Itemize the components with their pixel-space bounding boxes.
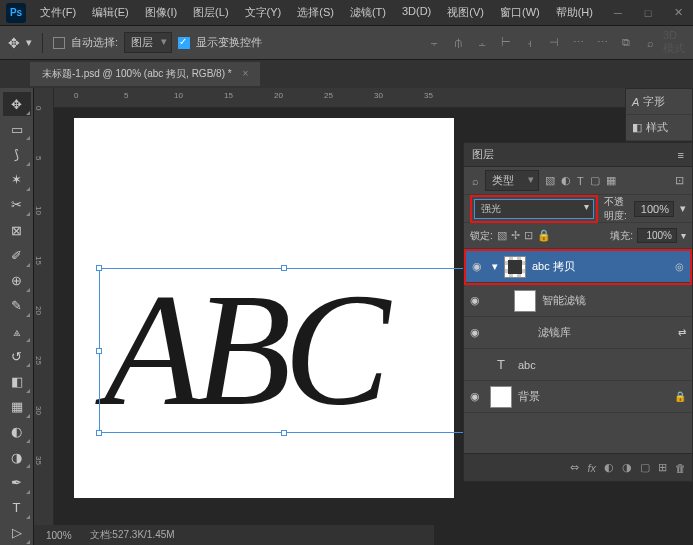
filter-mask-thumbnail[interactable]	[514, 290, 536, 312]
filter-pixel-icon[interactable]: ▧	[545, 174, 555, 187]
fill-dropdown-icon[interactable]: ▾	[681, 230, 686, 241]
blur-tool[interactable]: ◐	[3, 420, 31, 444]
blend-mode-dropdown[interactable]: 强光	[474, 199, 594, 219]
adjustment-layer-icon[interactable]: ◑	[622, 461, 632, 474]
doc-size[interactable]: 文档:527.3K/1.45M	[90, 528, 175, 542]
more-icon[interactable]: ⋯	[591, 32, 613, 54]
frame-tool[interactable]: ⊠	[3, 218, 31, 242]
character-panel-tab[interactable]: A 字形	[626, 89, 692, 115]
lock-artboard-icon[interactable]: ⊡	[524, 229, 533, 242]
3d-mode-icon[interactable]: ⧉	[615, 32, 637, 54]
menu-select[interactable]: 选择(S)	[289, 5, 342, 20]
distribute-icon[interactable]: ⋯	[567, 32, 589, 54]
layer-thumbnail[interactable]	[490, 386, 512, 408]
close-button[interactable]: ✕	[663, 0, 693, 26]
minimize-button[interactable]: ─	[603, 0, 633, 26]
align-bottom-icon[interactable]: ⫠	[471, 32, 493, 54]
search-icon[interactable]: ⌕	[472, 175, 479, 187]
layer-name[interactable]: abc 拷贝	[532, 259, 575, 274]
stamp-tool[interactable]: ⟁	[3, 319, 31, 343]
align-hcenter-icon[interactable]: ⫞	[519, 32, 541, 54]
visibility-icon[interactable]: ◉	[470, 326, 484, 339]
layer-abc[interactable]: ◉ T abc	[464, 349, 692, 381]
layer-name[interactable]: 背景	[518, 389, 540, 404]
marquee-tool[interactable]: ▭	[3, 117, 31, 141]
menu-image[interactable]: 图像(I)	[137, 5, 185, 20]
dodge-tool[interactable]: ◑	[3, 445, 31, 469]
tab-close-icon[interactable]: ×	[242, 68, 248, 79]
crop-tool[interactable]: ✂	[3, 193, 31, 217]
history-brush-tool[interactable]: ↺	[3, 344, 31, 368]
menu-type[interactable]: 文字(Y)	[237, 5, 290, 20]
auto-select-checkbox[interactable]	[53, 37, 65, 49]
lock-position-icon[interactable]: ✢	[511, 229, 520, 242]
group-icon[interactable]: ▢	[640, 461, 650, 474]
menu-help[interactable]: 帮助(H)	[548, 5, 601, 20]
new-layer-icon[interactable]: ⊞	[658, 461, 667, 474]
lock-all-icon[interactable]: 🔒	[537, 229, 551, 242]
dropdown-icon[interactable]: ▾	[26, 36, 32, 49]
align-vcenter-icon[interactable]: ⫛	[447, 32, 469, 54]
layer-name[interactable]: abc	[518, 359, 536, 371]
layer-fx-icon[interactable]: fx	[587, 462, 596, 474]
filter-smart-icon[interactable]: ▦	[606, 174, 616, 187]
menu-layer[interactable]: 图层(L)	[185, 5, 236, 20]
opacity-value[interactable]: 100%	[634, 201, 674, 217]
fill-value[interactable]: 100%	[637, 228, 677, 243]
transform-box[interactable]	[99, 268, 469, 433]
filter-toggle-icon[interactable]: ⊡	[675, 174, 684, 187]
layer-abc-copy[interactable]: ◉ ▾ abc 拷贝 ◎	[466, 251, 690, 283]
menu-view[interactable]: 视图(V)	[439, 5, 492, 20]
filter-kind-dropdown[interactable]: 类型	[485, 170, 539, 191]
search-icon[interactable]: ⌕	[639, 32, 661, 54]
menu-edit[interactable]: 编辑(E)	[84, 5, 137, 20]
styles-panel-tab[interactable]: ◧ 样式	[626, 115, 692, 141]
opacity-dropdown-icon[interactable]: ▾	[680, 202, 686, 215]
handle-s[interactable]	[281, 430, 287, 436]
canvas[interactable]: ABC	[74, 118, 454, 498]
zoom-level[interactable]: 100%	[46, 530, 72, 541]
layer-thumbnail[interactable]	[504, 256, 526, 278]
show-transform-checkbox[interactable]	[178, 37, 190, 49]
delete-layer-icon[interactable]: 🗑	[675, 462, 686, 474]
filter-options-icon[interactable]: ⇄	[678, 327, 686, 338]
smart-filters-row[interactable]: ◉ 智能滤镜	[464, 285, 692, 317]
align-left-icon[interactable]: ⊢	[495, 32, 517, 54]
menu-window[interactable]: 窗口(W)	[492, 5, 548, 20]
handle-nw[interactable]	[96, 265, 102, 271]
eyedropper-tool[interactable]: ✐	[3, 243, 31, 267]
align-top-icon[interactable]: ⫟	[423, 32, 445, 54]
panel-menu-icon[interactable]: ≡	[678, 149, 684, 161]
lasso-tool[interactable]: ⟆	[3, 142, 31, 166]
type-tool[interactable]: T	[3, 496, 31, 520]
align-right-icon[interactable]: ⊣	[543, 32, 565, 54]
lock-pixels-icon[interactable]: ▧	[497, 229, 507, 242]
layer-mask-icon[interactable]: ◐	[604, 461, 614, 474]
visibility-icon[interactable]: ◉	[470, 294, 484, 307]
layer-background[interactable]: ◉ 背景 🔒	[464, 381, 692, 413]
expand-icon[interactable]: ▾	[492, 260, 498, 273]
menu-file[interactable]: 文件(F)	[32, 5, 84, 20]
move-tool[interactable]: ✥	[3, 92, 31, 116]
filter-shape-icon[interactable]: ▢	[590, 174, 600, 187]
filter-adjust-icon[interactable]: ◐	[561, 174, 571, 187]
path-tool[interactable]: ▷	[3, 521, 31, 545]
visibility-icon[interactable]: ◉	[470, 390, 484, 403]
handle-n[interactable]	[281, 265, 287, 271]
pen-tool[interactable]: ✒	[3, 470, 31, 494]
document-tab[interactable]: 未标题-1.psd @ 100% (abc 拷贝, RGB/8) * ×	[30, 62, 260, 86]
handle-w[interactable]	[96, 348, 102, 354]
brush-tool[interactable]: ✎	[3, 294, 31, 318]
handle-sw[interactable]	[96, 430, 102, 436]
eraser-tool[interactable]: ◧	[3, 369, 31, 393]
link-layers-icon[interactable]: ⇔	[570, 461, 579, 474]
layers-title[interactable]: 图层	[472, 147, 494, 162]
menu-3d[interactable]: 3D(D)	[394, 5, 439, 20]
target-dropdown[interactable]: 图层	[124, 32, 172, 53]
filter-type-icon[interactable]: T	[577, 175, 584, 187]
gradient-tool[interactable]: ▦	[3, 395, 31, 419]
menu-filter[interactable]: 滤镜(T)	[342, 5, 394, 20]
quick-select-tool[interactable]: ✶	[3, 168, 31, 192]
maximize-button[interactable]: □	[633, 0, 663, 26]
healing-tool[interactable]: ⊕	[3, 269, 31, 293]
